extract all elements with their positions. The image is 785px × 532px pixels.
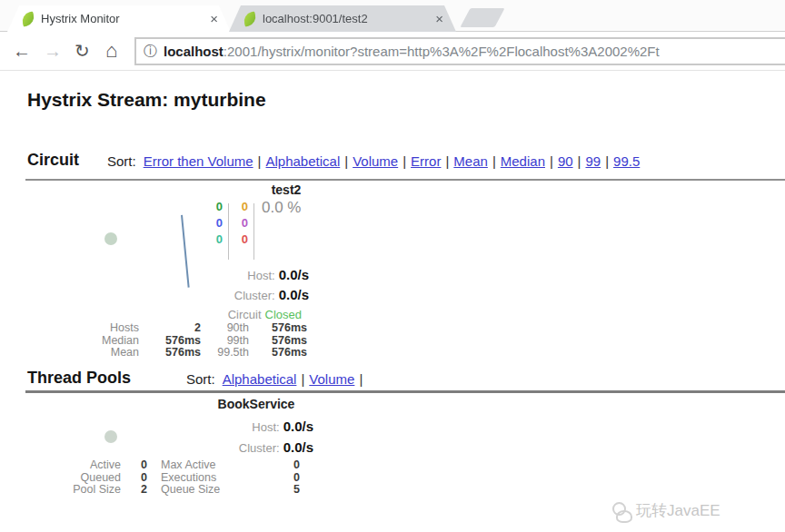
- circuit-name: test2: [209, 182, 363, 197]
- stat-value: 576ms: [249, 335, 307, 348]
- stat-value: 2: [139, 322, 201, 335]
- close-icon[interactable]: ×: [433, 12, 445, 25]
- stat-value: 0: [247, 459, 300, 472]
- cluster-rate-value: 0.0/s: [283, 439, 313, 455]
- url-path: :2001/hystrix/monitor?stream=http%3A%2F%…: [224, 44, 660, 59]
- spring-leaf-icon: [242, 11, 257, 26]
- stat-value: 0: [121, 459, 147, 472]
- separator: |: [354, 371, 367, 387]
- circuit-status: CircuitClosed: [55, 308, 302, 321]
- separator: |: [253, 153, 266, 169]
- new-tab-button[interactable]: [460, 8, 504, 27]
- tab-title: localhost:9001/test2: [263, 12, 427, 25]
- host-label: Host:: [252, 420, 279, 434]
- circuit-host-rate: Host:0.0/s: [55, 267, 309, 283]
- circuit-cluster-rate: Cluster:0.0/s: [55, 287, 309, 303]
- stat-value: 576ms: [249, 347, 307, 360]
- threadpool-name: BookService: [170, 397, 343, 411]
- stat-value: 576ms: [139, 347, 201, 360]
- stat-label: Queued: [45, 472, 121, 485]
- sort-99-link[interactable]: 99: [585, 153, 601, 169]
- separator: |: [545, 153, 558, 169]
- tab-title: Hystrix Monitor: [41, 12, 202, 25]
- circuit-status-value: Closed: [265, 308, 302, 321]
- separator: |: [296, 371, 309, 387]
- tab-bar: Hystrix Monitor × localhost:9001/test2 ×: [0, 0, 785, 32]
- separator: |: [441, 153, 453, 169]
- timeout-count: 0: [233, 200, 248, 213]
- cluster-label: Cluster:: [239, 441, 280, 455]
- error-percentage: 0.0 %: [262, 199, 301, 217]
- sort-error-then-volume-link[interactable]: Error then Volume: [144, 153, 253, 169]
- stat-label: Mean: [52, 347, 139, 360]
- tab-localhost-test2[interactable]: localhost:9001/test2 ×: [229, 5, 456, 32]
- stat-value: 0: [121, 472, 147, 485]
- forward-icon[interactable]: →: [44, 40, 62, 62]
- sort-90-link[interactable]: 90: [558, 153, 573, 169]
- address-bar[interactable]: ⓘ localhost:2001/hystrix/monitor?stream=…: [134, 37, 785, 65]
- back-icon[interactable]: ←: [13, 40, 31, 62]
- browser-window: Hystrix Monitor × localhost:9001/test2 ×…: [0, 0, 785, 532]
- threadpool-stats-table: Active0Max Active0 Queued0Executions0 Po…: [45, 459, 300, 497]
- home-icon[interactable]: ⌂: [105, 40, 117, 62]
- separator: |: [601, 153, 613, 169]
- host-rate-value: 0.0/s: [279, 267, 309, 282]
- spring-leaf-icon: [20, 11, 35, 26]
- page-title: Hystrix Stream: myturbine: [27, 89, 266, 111]
- circuit-health-circle: [104, 232, 117, 245]
- stat-label: Pool Size: [45, 484, 121, 497]
- watermark-text: 玩转JavaEE: [636, 500, 720, 521]
- stat-value: 576ms: [139, 335, 201, 348]
- tab-hystrix-monitor[interactable]: Hystrix Monitor ×: [7, 5, 231, 32]
- stat-value: 576ms: [249, 322, 307, 335]
- sort-median-link[interactable]: Median: [501, 153, 545, 169]
- sort-mean-link[interactable]: Mean: [453, 153, 488, 169]
- circuit-heading: Circuit: [27, 151, 79, 170]
- stat-label: 99.5th: [201, 347, 249, 360]
- section-divider: [25, 390, 785, 393]
- separator: |: [488, 153, 501, 169]
- stat-value: 5: [247, 484, 300, 497]
- stat-value: 0: [247, 472, 300, 485]
- threadpool-sort-links: Sort:Alphabetical|Volume|: [186, 371, 367, 387]
- host-rate-value: 0.0/s: [283, 419, 313, 434]
- threadpool-host-rate: Host:0.0/s: [59, 419, 313, 435]
- threadpool-cluster-rate: Cluster:0.0/s: [59, 439, 313, 456]
- stat-value: 2: [121, 484, 147, 497]
- short-circuited-count: 0: [207, 216, 223, 230]
- browser-toolbar: ← → ↻ ⌂ ⓘ localhost:2001/hystrix/monitor…: [0, 33, 785, 71]
- bad-request-count: 0: [207, 232, 223, 246]
- watermark: 玩转JavaEE: [611, 500, 720, 521]
- section-divider: [25, 179, 785, 181]
- sort-label: Sort:: [107, 153, 136, 169]
- url-host: localhost: [164, 44, 224, 59]
- reload-icon[interactable]: ↻: [75, 40, 90, 62]
- close-icon[interactable]: ×: [208, 12, 220, 25]
- host-label: Host:: [247, 269, 274, 282]
- sort-volume-link[interactable]: Volume: [309, 371, 354, 387]
- info-icon[interactable]: ⓘ: [144, 43, 157, 60]
- sort-volume-link[interactable]: Volume: [353, 153, 398, 169]
- circuit-status-label: Circuit: [228, 308, 262, 321]
- sort-alphabetical-link[interactable]: Alphabetical: [223, 371, 297, 387]
- watermark-logo-icon: [611, 501, 631, 521]
- failure-count: 0: [233, 232, 248, 246]
- sort-99-5-link[interactable]: 99.5: [613, 153, 640, 169]
- stat-label: Active: [45, 459, 121, 472]
- stat-label: Max Active: [147, 459, 247, 472]
- cluster-rate-value: 0.0/s: [279, 287, 309, 302]
- counter-separator: [228, 203, 229, 260]
- circuit-sort-links: Sort:Error then Volume|Alphabetical|Volu…: [107, 153, 640, 169]
- stat-label: Executions: [147, 472, 247, 485]
- cluster-label: Cluster:: [234, 289, 275, 302]
- success-count: 0: [207, 200, 223, 213]
- stat-label: Queue Size: [147, 484, 247, 497]
- stat-label: 99th: [201, 335, 249, 348]
- counter-separator: [253, 203, 254, 260]
- sort-error-link[interactable]: Error: [411, 153, 441, 169]
- sort-alphabetical-link[interactable]: Alphabetical: [266, 153, 341, 169]
- threadpools-heading: Thread Pools: [27, 369, 131, 388]
- sort-label: Sort:: [186, 371, 215, 387]
- separator: |: [398, 153, 411, 169]
- stat-label: Hosts: [52, 322, 139, 335]
